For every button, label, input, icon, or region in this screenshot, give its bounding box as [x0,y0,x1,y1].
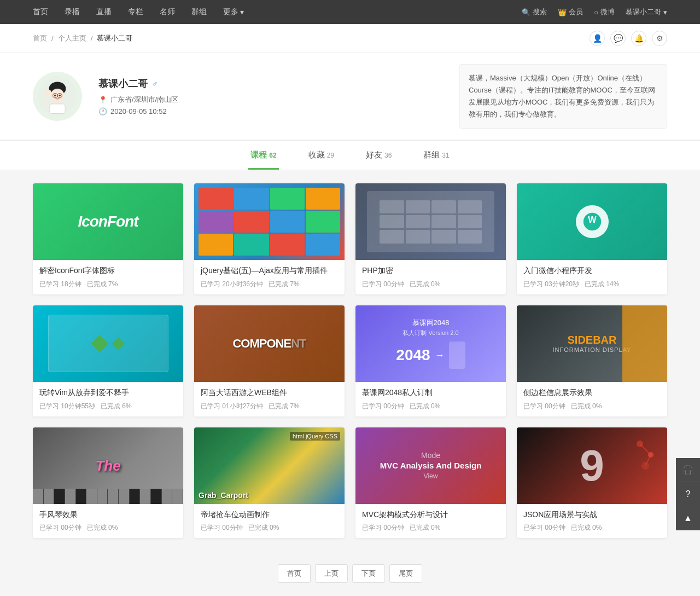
study-time: 已学习 00分钟 [523,523,565,533]
vip-icon: 👑 [558,8,567,16]
location-item: 📍 广东省/深圳市/南山区 [98,95,443,105]
breadcrumb-current: 慕课小二哥 [97,33,132,43]
course-info: jQuery基础(五)—Ajax应用与常用插件 已学习 20小时36分钟 已完成… [194,260,345,294]
nav-录播[interactable]: 录播 [65,7,80,17]
course-meta: 已学习 01小时27分钟 已完成 7% [201,402,338,411]
course-card[interactable]: The 手风琴效果 已学习 00分钟 已完成 0% [33,427,183,539]
page-last[interactable]: 尾页 [389,564,422,583]
course-card[interactable]: SIDEBAR INFORMATION DISPLAY 侧边栏信息展示效果 已学… [517,305,667,416]
breadcrumb-sep1: / [51,34,54,43]
side-float-buttons: 🎧 ? ▲ [676,458,700,530]
course-card[interactable]: 9 JSON应用场景与实战 已学习 00分钟 已完成 0% [517,427,667,539]
profile-section: 慕课小二哥 ♂ 📍 广东省/深圳市/南山区 🕐 2020-09-05 10:52… [0,53,700,140]
progress: 已完成 7% [269,402,300,411]
progress: 已完成 7% [269,280,300,289]
course-title: 玩转Vim从放弃到爱不释手 [39,387,177,398]
nav-right: 🔍 搜索 👑 会员 ○ 微博 慕课小二哥 ▾ [522,7,667,17]
progress: 已完成 14% [585,280,619,289]
message-icon-btn[interactable]: 💬 [610,31,626,46]
nav-home[interactable]: 首页 [33,7,48,17]
nav-群组[interactable]: 群组 [191,7,207,17]
clock-icon: 🕐 [98,107,107,115]
course-meta: 已学习 18分钟 已完成 7% [39,280,177,289]
user-menu[interactable]: 慕课小二哥 ▾ [626,7,667,17]
study-time: 已学习 00分钟 [362,402,404,411]
course-info: MVC架构模式分析与设计 已学习 00分钟 已完成 0% [355,504,506,539]
pagination: 首页 上页 下页 尾页 [0,551,700,596]
gender-icon: ♂ [152,79,158,88]
course-card[interactable]: PHP加密 已学习 00分钟 已完成 0% [355,183,506,294]
nav-名师[interactable]: 名师 [160,7,175,17]
profile-meta: 📍 广东省/深圳市/南山区 🕐 2020-09-05 10:52 [98,95,443,115]
nav-vip[interactable]: 👑 会员 [558,7,583,17]
svg-rect-3 [50,104,65,114]
nav-weibo[interactable]: ○ 微博 [594,7,615,17]
course-info: 帝堵抢车位动画制作 已学习 00分钟 已完成 0% [194,504,345,539]
progress: 已完成 0% [571,523,602,533]
study-time: 已学习 00分钟 [362,280,404,289]
course-meta: 已学习 00分钟 已完成 0% [362,280,499,289]
progress: 已完成 0% [87,523,118,533]
progress: 已完成 0% [410,402,441,411]
nav-直播[interactable]: 直播 [96,7,112,17]
page-next[interactable]: 下页 [352,564,385,583]
course-info: PHP加密 已学习 00分钟 已完成 0% [355,260,506,294]
course-card[interactable]: 慕课网2048 私人订制 Version 2.0 2048 → 慕课网2048私… [355,305,506,416]
tab-groups[interactable]: 群组 31 [421,141,451,170]
study-time: 已学习 00分钟 [201,523,243,533]
nav-专栏[interactable]: 专栏 [128,7,143,17]
course-meta: 已学习 00分钟 已完成 0% [201,523,338,533]
page-first[interactable]: 首页 [278,564,311,583]
profile-icon-btn[interactable]: 👤 [590,31,605,46]
course-title: 侧边栏信息展示效果 [523,387,661,398]
study-time: 已学习 20小时36分钟 [201,280,263,289]
profile-description: 慕课，Massive（大规模）Open（开放）Online（在线）Course（… [459,64,667,129]
course-meta: 已学习 00分钟 已完成 0% [39,523,177,533]
page-prev[interactable]: 上页 [315,564,348,583]
breadcrumb-home[interactable]: 首页 [33,33,47,43]
chevron-down-icon: ▾ [240,8,244,16]
side-top-btn[interactable]: ▲ [676,506,700,530]
breadcrumb-personal[interactable]: 个人主页 [58,33,86,43]
study-time: 已学习 00分钟 [523,402,565,411]
profile-name: 慕课小二哥 ♂ [98,77,443,90]
avatar [33,72,82,121]
course-card[interactable]: Mode MVC Analysis And Design View MVC架构模… [355,427,506,539]
course-card[interactable]: 玩转Vim从放弃到爱不释手 已学习 10分钟55秒 已完成 6% [33,305,183,416]
course-card[interactable]: COMPONENT 阿当大话西游之WEB组件 已学习 01小时27分钟 已完成 … [194,305,345,416]
bell-icon-btn[interactable]: 🔔 [631,31,646,46]
course-meta: 已学习 00分钟 已完成 0% [362,523,499,533]
course-grid-section: IconFont 解密IconFont字体图标 已学习 18分钟 已完成 7% [0,170,700,551]
side-help-btn[interactable]: ? [676,482,700,506]
course-card[interactable]: jQuery基础(五)—Ajax应用与常用插件 已学习 20小时36分钟 已完成… [194,183,345,294]
course-card[interactable]: IconFont 解密IconFont字体图标 已学习 18分钟 已完成 7% [33,183,183,294]
top-navigation: 首页 录播 直播 专栏 名师 群组 更多 ▾ 🔍 搜索 👑 会员 ○ 微博 慕课… [0,0,700,24]
profile-info: 慕课小二哥 ♂ 📍 广东省/深圳市/南山区 🕐 2020-09-05 10:52 [98,77,443,115]
tab-courses[interactable]: 课程 62 [248,141,278,170]
course-card[interactable]: Grab_Carport html jQuery CSS 帝堵抢车位动画制作 已… [194,427,345,539]
breadcrumb-sep2: / [91,34,93,43]
course-title: JSON应用场景与实战 [523,510,661,520]
settings-icon-btn[interactable]: ⚙ [652,31,667,46]
study-time: 已学习 18分钟 [39,280,81,289]
side-service-btn[interactable]: 🎧 [676,458,700,482]
nav-more[interactable]: 更多 ▾ [223,7,244,17]
course-meta: 已学习 10分钟55秒 已完成 6% [39,402,177,411]
nav-search[interactable]: 🔍 搜索 [522,7,547,17]
breadcrumb-bar: 首页 / 个人主页 / 慕课小二哥 👤 💬 🔔 ⚙ [0,24,700,53]
course-card[interactable]: W 入门微信小程序开发 已学习 03分钟20秒 已完成 14% [517,183,667,294]
course-meta: 已学习 00分钟 已完成 0% [523,523,661,533]
course-info: 入门微信小程序开发 已学习 03分钟20秒 已完成 14% [517,260,667,294]
course-meta: 已学习 00分钟 已完成 0% [362,402,499,411]
tab-friends[interactable]: 好友 36 [364,141,394,170]
tab-favorites[interactable]: 收藏 29 [306,141,336,170]
study-time: 已学习 01小时27分钟 [201,402,263,411]
svg-point-6 [54,95,56,97]
course-info: 侧边栏信息展示效果 已学习 00分钟 已完成 0% [517,382,667,416]
course-meta: 已学习 00分钟 已完成 0% [523,402,661,411]
course-meta: 已学习 20小时36分钟 已完成 7% [201,280,338,289]
course-title: 帝堵抢车位动画制作 [201,510,338,520]
svg-point-7 [59,95,61,97]
course-title: 慕课网2048私人订制 [362,387,499,398]
profile-tabs: 课程 62 收藏 29 好友 36 群组 31 [0,141,700,170]
